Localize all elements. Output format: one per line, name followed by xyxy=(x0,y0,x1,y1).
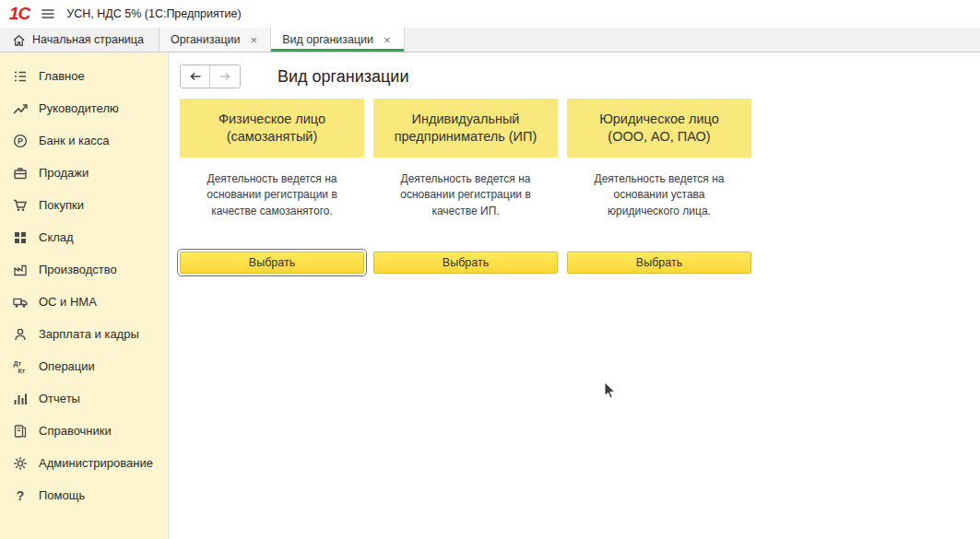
truck-icon xyxy=(13,295,28,310)
sidebar-item-production[interactable]: Производство xyxy=(0,253,168,286)
sidebar-item-warehouse[interactable]: Склад xyxy=(0,221,168,253)
sidebar-item-bank-cash[interactable]: Р Банк и касса xyxy=(0,124,168,157)
debit-credit-icon: ДтКт xyxy=(13,359,28,374)
sidebar-item-payroll[interactable]: Зарплата и кадры xyxy=(0,318,168,350)
sidebar-item-sales[interactable]: Продажи xyxy=(0,157,168,189)
arrow-left-icon xyxy=(188,69,203,84)
hamburger-menu-icon xyxy=(41,6,55,21)
briefcase-icon xyxy=(13,166,28,181)
gear-icon xyxy=(13,456,28,471)
arrow-right-icon xyxy=(218,69,232,84)
sidebar-item-references[interactable]: Справочники xyxy=(0,415,168,447)
sidebar-item-label: Склад xyxy=(39,230,74,244)
sidebar-item-label: Помощь xyxy=(39,488,85,502)
sidebar-item-label: Администрирование xyxy=(39,456,153,470)
sidebar-item-label: Отчеты xyxy=(39,392,80,405)
tab-home-label: Начальная страница xyxy=(32,33,144,46)
svg-text:Дт: Дт xyxy=(14,360,22,368)
list-icon xyxy=(13,69,28,84)
ruble-coin-icon: Р xyxy=(13,134,28,148)
pallet-grid-icon xyxy=(13,230,28,245)
choose-button-legal-entity[interactable]: Выбрать xyxy=(567,252,751,274)
back-button[interactable] xyxy=(181,65,210,88)
tab-organizations[interactable]: Организации × xyxy=(159,28,271,52)
card-title: Юридическое лицо (ООО, АО, ПАО) xyxy=(567,99,751,158)
sidebar-item-help[interactable]: ? Помощь xyxy=(0,479,168,511)
question-icon: ? xyxy=(13,488,28,503)
factory-icon xyxy=(13,263,28,277)
sidebar-item-operations[interactable]: ДтКт Операции xyxy=(0,350,168,382)
sidebar-item-label: Операции xyxy=(39,359,95,373)
sidebar-item-administration[interactable]: Администрирование xyxy=(0,447,168,479)
choose-button-individual-entrepreneur[interactable]: Выбрать xyxy=(373,252,558,274)
svg-text:?: ? xyxy=(17,488,25,503)
sidebar-item-reports[interactable]: Отчеты xyxy=(0,382,168,415)
home-icon xyxy=(11,32,26,47)
card-description: Деятельность ведется на основании регист… xyxy=(180,158,364,252)
card-description: Деятельность ведется на основании регист… xyxy=(373,158,558,252)
page-title: Вид организации xyxy=(277,67,408,87)
card-legal-entity: Юридическое лицо (ООО, АО, ПАО) Деятельн… xyxy=(567,99,751,274)
trend-chart-icon xyxy=(13,101,28,116)
choose-button-self-employed[interactable]: Выбрать xyxy=(180,252,364,274)
shopping-cart-icon xyxy=(13,198,28,213)
card-description: Деятельность ведется на основании устава… xyxy=(567,158,751,252)
svg-text:Кт: Кт xyxy=(18,368,26,374)
tab-label: Организации xyxy=(171,33,241,46)
tab-close-icon[interactable]: × xyxy=(249,33,260,47)
tab-home[interactable]: Начальная страница xyxy=(0,28,159,52)
sidebar-item-main[interactable]: Главное xyxy=(0,60,168,92)
sidebar: Главное Руководителю Р Банк и касса Прод… xyxy=(0,53,169,539)
main-content: Вид организации Физическое лицо (самозан… xyxy=(169,53,980,539)
books-icon xyxy=(13,424,28,439)
sidebar-item-label: ОС и НМА xyxy=(39,295,97,309)
sidebar-item-purchases[interactable]: Покупки xyxy=(0,189,168,221)
svg-text:Р: Р xyxy=(18,136,23,146)
1c-logo: 1С xyxy=(9,4,30,24)
forward-button[interactable] xyxy=(210,65,240,88)
sidebar-item-label: Покупки xyxy=(39,198,84,212)
sidebar-item-manager[interactable]: Руководителю xyxy=(0,92,168,124)
sidebar-item-label: Банк и касса xyxy=(39,134,110,147)
tab-close-icon[interactable]: × xyxy=(382,33,393,47)
bar-chart-icon xyxy=(13,392,28,406)
main-menu-button[interactable] xyxy=(41,6,55,21)
sidebar-item-label: Зарплата и кадры xyxy=(39,327,139,341)
window-title: УСН, НДС 5% (1С:Предприятие) xyxy=(66,7,241,20)
titlebar: 1С УСН, НДС 5% (1С:Предприятие) xyxy=(0,0,980,28)
card-title: Индивидуальный предприниматель (ИП) xyxy=(373,99,558,158)
nav-history-group xyxy=(180,64,241,88)
sidebar-item-label: Продажи xyxy=(39,166,89,180)
sidebar-item-label: Главное xyxy=(39,69,85,83)
sidebar-item-label: Производство xyxy=(39,263,117,276)
sidebar-item-label: Справочники xyxy=(39,424,112,438)
sidebar-item-label: Руководителю xyxy=(39,101,119,115)
tab-bar: Начальная страница Организации × Вид орг… xyxy=(0,28,980,53)
organization-type-cards: Физическое лицо (самозанятый) Деятельнос… xyxy=(180,99,980,274)
tab-label: Вид организации xyxy=(282,33,373,46)
sidebar-item-fixed-assets[interactable]: ОС и НМА xyxy=(0,286,168,318)
card-self-employed: Физическое лицо (самозанятый) Деятельнос… xyxy=(180,99,364,274)
tab-organization-type[interactable]: Вид организации × xyxy=(271,28,405,52)
card-individual-entrepreneur: Индивидуальный предприниматель (ИП) Деят… xyxy=(373,99,558,274)
person-icon xyxy=(13,327,28,342)
card-title: Физическое лицо (самозанятый) xyxy=(180,99,364,158)
